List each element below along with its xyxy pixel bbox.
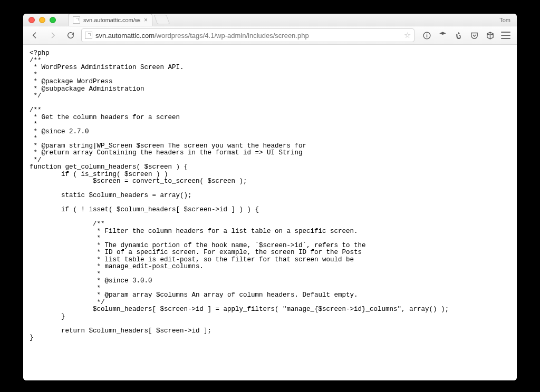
menu-button[interactable] bbox=[499, 28, 513, 42]
page-content: <?php /** * WordPress Administration Scr… bbox=[23, 45, 517, 380]
box-icon[interactable] bbox=[483, 28, 497, 42]
buffer-icon[interactable] bbox=[436, 28, 449, 42]
reload-button[interactable] bbox=[63, 28, 78, 42]
site-favicon-icon bbox=[85, 32, 92, 39]
url-path: /wordpress/tags/4.1/wp-admin/includes/sc… bbox=[155, 32, 309, 40]
minimize-window-button[interactable] bbox=[39, 17, 45, 23]
close-window-button[interactable] bbox=[28, 17, 35, 23]
arrow-right-icon bbox=[49, 31, 57, 40]
titlebar: svn.automattic.com/wordp × Tom bbox=[23, 14, 517, 26]
source-code: <?php /** * WordPress Administration Scr… bbox=[30, 50, 510, 342]
profile-name[interactable]: Tom bbox=[499, 17, 510, 23]
tab-strip: svn.automattic.com/wordp × bbox=[68, 14, 168, 26]
hamburger-icon bbox=[501, 32, 510, 39]
tab-title: svn.automattic.com/wordp bbox=[83, 17, 140, 23]
address-bar[interactable]: svn.automattic.com/wordpress/tags/4.1/wp… bbox=[81, 28, 414, 42]
info-icon[interactable] bbox=[420, 28, 433, 42]
toolbar: svn.automattic.com/wordpress/tags/4.1/wp… bbox=[23, 26, 517, 45]
browser-window: svn.automattic.com/wordp × Tom svn.autom… bbox=[23, 14, 517, 380]
browser-tab[interactable]: svn.automattic.com/wordp × bbox=[68, 14, 152, 26]
forward-button[interactable] bbox=[45, 28, 60, 42]
extension-icons bbox=[418, 28, 513, 42]
pocket-icon[interactable] bbox=[467, 28, 481, 42]
reload-icon bbox=[66, 31, 75, 40]
url-host: svn.automattic.com bbox=[95, 32, 155, 40]
page-favicon-icon bbox=[73, 16, 80, 24]
tab-close-icon[interactable]: × bbox=[144, 16, 148, 24]
bookmark-star-icon[interactable]: ☆ bbox=[404, 31, 411, 40]
arrow-left-icon bbox=[31, 31, 39, 40]
evernote-icon[interactable] bbox=[451, 28, 465, 42]
back-button[interactable] bbox=[27, 28, 42, 42]
new-tab-button[interactable] bbox=[154, 15, 170, 24]
window-controls bbox=[28, 17, 56, 23]
maximize-window-button[interactable] bbox=[50, 17, 56, 23]
